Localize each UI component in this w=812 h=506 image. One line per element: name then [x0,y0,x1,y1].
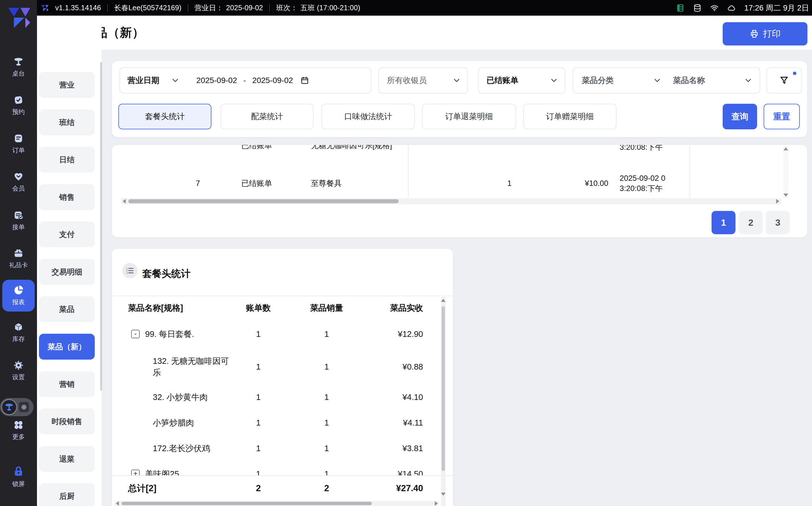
tab-order-gift-detail[interactable]: 订单赠菜明细 [523,104,616,129]
panel-title: 套餐头统计 [142,265,191,281]
sidebar-item-members[interactable]: 会员 [0,171,37,193]
dish-category-select[interactable]: 菜品分类 [582,75,660,86]
sidebar-item-lock-screen[interactable]: 锁屏 [0,465,37,488]
subnav-item-day-close[interactable]: 日结 [39,147,95,173]
panel-horizontal-scrollbar[interactable] [115,501,439,506]
table-row[interactable]: 7 已结账单 至尊餐具 1 ¥10.00 2025-09-02 0 3:20:0… [112,166,807,200]
sidebar-item-label: 礼品卡 [9,261,28,269]
table-row-clipped[interactable]: + 美味阁25 1 1 ¥14.50 [112,461,453,475]
sidebar-item-orders[interactable]: 订单 [0,133,37,155]
table-row[interactable]: 172.老长沙伏鸡 1 1 ¥3.81 [112,435,453,461]
subnav-item-dishes-new[interactable]: 菜品（新） [39,334,95,360]
floating-table-widget[interactable]: ⊕ [0,398,33,416]
cell-amount: ¥14.50 [361,469,423,476]
printer-icon [749,29,759,39]
date-type-select[interactable]: 营业日期 [128,75,159,86]
sidebar-item-label: 报表 [12,298,25,307]
date-from-value[interactable]: 2025-09-02 [196,76,237,85]
subnav-item-sales[interactable]: 销售 [39,184,95,210]
database-icon[interactable] [693,4,702,12]
results-table-card: 已结账单 无糖无咖啡因可乐[规格] 3:20:08:下午 7 已结账单 至尊餐具… [112,145,807,237]
reset-button[interactable]: 重置 [764,104,800,129]
subnav-item-shift-close[interactable]: 班结 [39,109,95,135]
vertical-scroll-thumb[interactable] [442,306,445,471]
printer-status-icon[interactable] [676,4,684,12]
sidebar-item-reports[interactable]: 报表 [2,280,35,312]
subnav-item-transactions[interactable]: 交易明细 [39,259,95,285]
horizontal-scroll-thumb[interactable] [122,502,372,505]
print-button[interactable]: 打印 [723,22,807,46]
tab-side-dish-stats[interactable]: 配菜统计 [221,104,313,129]
app-version: v1.1.35.14146 [55,4,101,12]
table-row[interactable]: 小笋炒腊肉 1 1 ¥4.11 [112,410,453,435]
add-widget-icon[interactable]: ⊕ [19,402,29,412]
subnav-item-business[interactable]: 营业 [39,72,95,98]
wifi-icon[interactable] [710,4,719,12]
subnav-scrollbar[interactable] [100,62,102,391]
pagination-page-3[interactable]: 3 [766,211,790,234]
sidebar-item-gift-card[interactable]: 礼品卡 [0,248,37,269]
calendar-icon[interactable] [300,76,309,85]
advanced-filter-button[interactable] [766,67,802,93]
subnav-item-dishes[interactable]: 菜品 [39,296,95,322]
topbar-divider [107,4,108,12]
sidebar-item-label: 订单 [12,146,25,155]
subnav-item-time-sales[interactable]: 时段销售 [39,409,95,434]
subnav-item-marketing[interactable]: 营销 [39,371,95,397]
cell-bill-status: 已结账单 [241,166,272,200]
scroll-left-arrow-icon[interactable] [116,501,119,506]
date-to-value[interactable]: 2025-09-02 [252,76,293,85]
dish-name-select[interactable]: 菜品名称 [673,75,751,86]
subnav-item-payments[interactable]: 支付 [39,222,95,247]
collapse-icon[interactable]: - [131,330,140,338]
table-horizontal-scrollbar[interactable] [121,198,781,204]
bill-status-filter-select[interactable]: 已结账单 [478,67,565,93]
tab-order-return-detail[interactable]: 订单退菜明细 [422,104,516,129]
sidebar-item-settings[interactable]: 设置 [0,360,37,382]
subnav-item-returned-dishes[interactable]: 退菜 [39,446,95,472]
scroll-down-arrow-icon[interactable] [784,193,788,197]
cashier-filter-select[interactable]: 所有收银员 [378,67,468,93]
footer-total-label: 总计[2] [128,476,156,501]
expand-icon[interactable]: + [131,470,140,475]
scroll-down-arrow-icon[interactable] [441,493,446,496]
scroll-up-arrow-icon[interactable] [441,299,446,302]
shift-value: 五班 (17:00-21:00) [300,3,360,12]
subnav-item-kitchen[interactable]: 后厨 [39,483,95,506]
date-range-separator: - [243,76,246,85]
table-vertical-scrollbar[interactable] [783,146,788,198]
date-range-filter[interactable]: 营业日期 2025-09-02 - 2025-09-02 [120,67,371,93]
cell-amount: ¥3.81 [361,444,423,453]
cell-bills: 1 [241,329,275,339]
gear-icon [13,360,24,371]
sidebar-item-tables[interactable]: 桌台 [0,56,37,78]
cell-dish-name: 美味阁25 [145,468,222,475]
panel-vertical-scrollbar[interactable] [441,297,446,506]
sidebar-item-more[interactable]: 更多 [0,420,37,441]
scroll-up-arrow-icon[interactable] [784,147,788,150]
pagination-page-1[interactable]: 1 [712,211,735,234]
table-row[interactable]: 32. 小炒黄牛肉 1 1 ¥4.10 [112,384,453,410]
cell-qty: 1 [309,329,344,339]
query-button[interactable]: 查询 [723,104,757,129]
table-row[interactable]: 132. 无糖无咖啡因可乐 1 1 ¥0.88 [112,349,453,384]
filter-card: 营业日期 2025-09-02 - 2025-09-02 所有收银员 已结账单 … [112,61,807,137]
tab-set-meal-stats[interactable]: 套餐头统计 [118,104,211,129]
tab-flavor-method-stats[interactable]: 口味做法统计 [321,104,415,129]
scroll-right-arrow-icon[interactable] [776,199,779,203]
svg-text:3: 3 [126,272,128,274]
table-row[interactable]: - 99. 每日套餐. 1 1 ¥12.90 [112,319,453,349]
cell-qty: 1 [309,393,344,402]
floating-widget-disc[interactable] [1,399,17,415]
cell-time: 2025-09-02 0 3:20:08:下午 [620,173,685,183]
scroll-left-arrow-icon[interactable] [123,199,126,203]
cell-amount: ¥0.88 [361,362,423,371]
table-row-clipped[interactable]: 已结账单 无糖无咖啡因可乐[规格] 3:20:08:下午 [112,145,807,160]
pagination-page-2[interactable]: 2 [739,211,763,234]
sidebar-item-accept-order[interactable]: 接单 [0,210,37,231]
sidebar-item-reservation[interactable]: 预约 [0,95,37,116]
cloud-icon[interactable] [727,4,736,12]
scroll-right-arrow-icon[interactable] [435,501,438,506]
horizontal-scroll-thumb[interactable] [128,199,398,203]
sidebar-item-inventory[interactable]: 库存 [0,322,37,343]
